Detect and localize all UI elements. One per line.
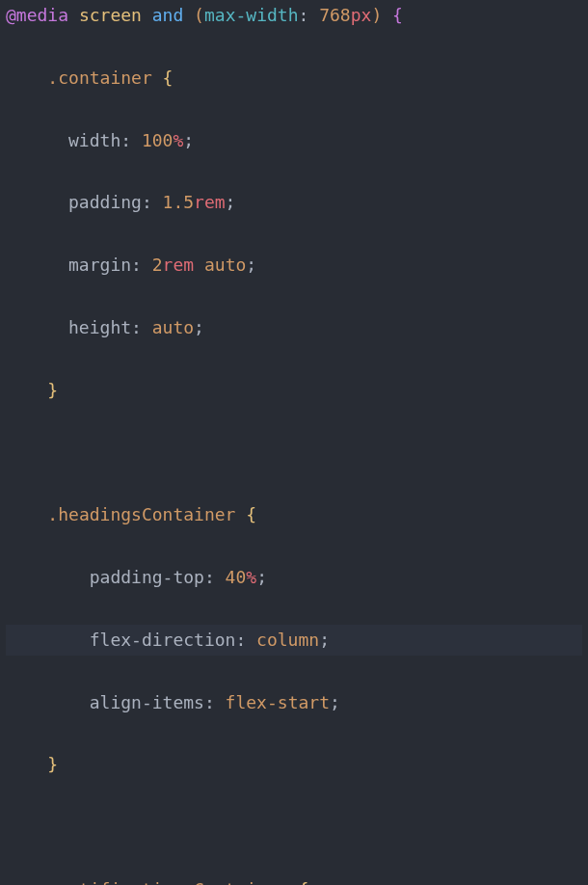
- code-line: @media screen and (max-width: 768px) {: [6, 0, 582, 31]
- code-line: }: [6, 375, 582, 406]
- code-block: @media screen and (max-width: 768px) { .…: [0, 0, 588, 885]
- code-line: .notificationsContainer {: [6, 874, 582, 885]
- code-line: margin: 2rem auto;: [6, 250, 582, 281]
- code-line-highlighted: flex-direction: column;: [6, 625, 582, 656]
- code-line: .container {: [6, 63, 582, 94]
- code-line: [6, 437, 582, 468]
- code-line: .headingsContainer {: [6, 499, 582, 530]
- code-line: height: auto;: [6, 312, 582, 343]
- code-line: padding: 1.5rem;: [6, 187, 582, 218]
- code-line: align-items: flex-start;: [6, 687, 582, 718]
- code-line: }: [6, 749, 582, 780]
- code-line: padding-top: 40%;: [6, 562, 582, 593]
- code-line: [6, 812, 582, 843]
- code-line: width: 100%;: [6, 125, 582, 156]
- at-rule: @media: [6, 5, 68, 25]
